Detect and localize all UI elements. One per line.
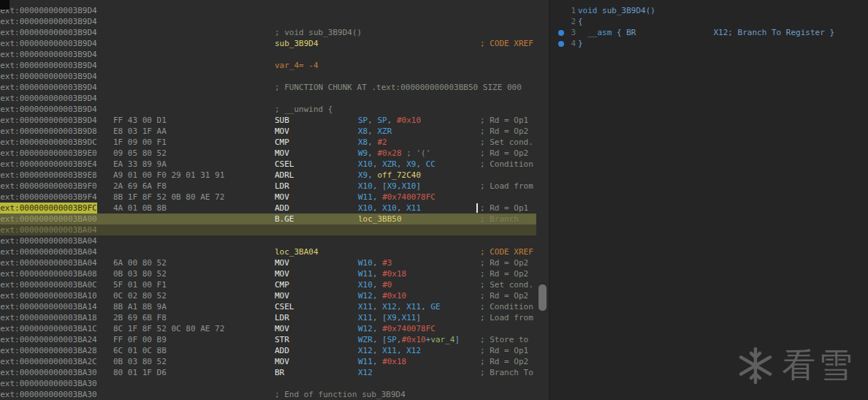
- address: .text:000000000003BA28: [0, 345, 97, 356]
- pseudocode-lines: 1void sub_3B9D4()2{3 __asm { BR X12; Bra…: [549, 5, 868, 49]
- mnemonic: MOV: [275, 268, 289, 279]
- address: .text:000000000003BA30: [0, 378, 97, 389]
- asm-row[interactable]: .text:000000000003B9E4EA 33 89 9ACSELX10…: [0, 159, 536, 170]
- mnemonic: ADD: [275, 203, 289, 214]
- address: .text:000000000003B9E4: [0, 159, 97, 170]
- comment: ; Branch: [480, 214, 519, 224]
- asm-row[interactable]: .text:000000000003BA080B 03 80 52MOVW11,…: [0, 268, 536, 279]
- comment: ; Rd = Op1: [480, 345, 528, 356]
- operands: X10, #0: [358, 279, 392, 290]
- asm-row[interactable]: .text:000000000003B9D4; FUNCTION CHUNK A…: [0, 82, 536, 93]
- comment: ; Rd = Op2: [480, 290, 528, 301]
- opcode-bytes: FF 43 00 D1: [113, 115, 167, 126]
- asm-row[interactable]: .text:000000000003B9D4: [0, 71, 536, 82]
- scrollbar-thumb[interactable]: [538, 284, 547, 311]
- address: .text:000000000003BA00: [0, 214, 97, 224]
- asm-row[interactable]: .text:000000000003BA24FF 0F 00 B9STRWZR,…: [0, 334, 536, 345]
- comment: ; Rd = Op2: [480, 356, 528, 367]
- address: .text:000000000003BA1C: [0, 323, 97, 334]
- address: .text:000000000003B9D4: [0, 5, 97, 16]
- comment: ; Rd = Op1: [480, 203, 528, 214]
- asm-row[interactable]: .text:000000000003B9F02A 69 6A F8LDRX10,…: [0, 181, 536, 192]
- mnemonic: ADRL: [275, 170, 294, 181]
- mnemonic: B.GE: [275, 214, 294, 224]
- opcode-bytes: E8 03 1F AA: [113, 126, 167, 137]
- address: .text:000000000003BA30: [0, 389, 97, 400]
- asm-row[interactable]: .text:000000000003B9D4: [0, 93, 536, 104]
- pseudocode-line[interactable]: 2{: [549, 16, 868, 27]
- asm-row[interactable]: .text:000000000003B9D4: [0, 16, 536, 27]
- pseudocode-line[interactable]: 4}: [549, 38, 868, 49]
- asm-row[interactable]: .text:000000000003B9D4var_4= -4: [0, 60, 536, 71]
- asm-row[interactable]: .text:000000000003BA00B.GEloc_3BB50; Bra…: [0, 214, 536, 224]
- asm-row[interactable]: .text:000000000003B9D4FF 43 00 D1SUBSP, …: [0, 115, 536, 126]
- address: .text:000000000003BA24: [0, 334, 97, 345]
- operands: X12: [358, 367, 373, 378]
- asm-row[interactable]: .text:000000000003BA046A 00 80 52MOVW10,…: [0, 257, 536, 268]
- corner-box: [0, 0, 9, 10]
- asm-row[interactable]: .text:000000000003B9E009 05 80 52MOVW9, …: [0, 148, 536, 159]
- asm-row[interactable]: .text:000000000003B9D4; __unwind {: [0, 104, 536, 115]
- opcode-bytes: 5F 01 00 F1: [113, 279, 167, 290]
- address: .text:000000000003BA04: [0, 246, 97, 257]
- mnemonic: MOV: [275, 290, 289, 301]
- address: .text:000000000003B9D4: [0, 16, 97, 27]
- asm-row[interactable]: .text:000000000003BA100C 02 80 52MOVW12,…: [0, 290, 536, 301]
- label: var_4= -4: [275, 60, 319, 71]
- address: .text:000000000003BA14: [0, 301, 97, 312]
- asm-row[interactable]: .text:000000000003B9DC1F 09 00 F1CMPX8, …: [0, 137, 536, 148]
- kanxue-watermark: 看雪: [736, 343, 855, 388]
- asm-row[interactable]: .text:000000000003BA3080 01 1F D6BRX12; …: [0, 367, 536, 378]
- comment: ; Set cond.: [480, 279, 533, 290]
- operands: W9, #0x28 ; '(': [358, 148, 430, 159]
- operands: X11, [X9,X11]: [358, 312, 421, 323]
- asm-row[interactable]: .text:000000000003B9D4: [0, 5, 536, 16]
- asm-row[interactable]: .text:000000000003BA04loc_3BA04; CODE XR…: [0, 246, 536, 257]
- label: ; FUNCTION CHUNK AT .text:000000000003BB…: [275, 82, 522, 93]
- asm-row[interactable]: .text:000000000003B9D4sub_3B9D4; CODE XR…: [0, 38, 536, 49]
- operands: X12, X11, X12: [358, 345, 421, 356]
- asm-row[interactable]: .text:000000000003B9D8E8 03 1F AAMOVX8, …: [0, 126, 536, 137]
- pseudocode-line[interactable]: 3 __asm { BR X12; Branch To Register }: [549, 27, 868, 38]
- mnemonic: MOV: [275, 257, 289, 268]
- address: .text:000000000003B9D4: [0, 115, 97, 126]
- ida-window: .text:000000000003B9D4.text:000000000003…: [0, 0, 868, 400]
- asm-row[interactable]: .text:000000000003B9D4; void sub_3B9D4(): [0, 27, 536, 38]
- asm-row[interactable]: .text:000000000003BA286C 01 0C 8BADDX12,…: [0, 345, 536, 356]
- asm-row[interactable]: .text:000000000003BA148B A1 8B 9ACSELX11…: [0, 301, 536, 312]
- address: .text:000000000003BA08: [0, 268, 97, 279]
- mnemonic: ADD: [275, 345, 289, 356]
- mnemonic: LDR: [275, 181, 289, 192]
- mnemonic: LDR: [275, 312, 289, 323]
- code-text: __asm { BR X12; Branch To Register }: [578, 27, 834, 38]
- mnemonic: MOV: [275, 356, 289, 367]
- asm-row[interactable]: .text:000000000003BA04: [0, 224, 536, 235]
- opcode-bytes: 0C 02 80 52: [113, 290, 167, 301]
- pseudocode-pane[interactable]: 1void sub_3B9D4()2{3 __asm { BR X12; Bra…: [549, 0, 868, 400]
- asm-row[interactable]: .text:000000000003BA30: [0, 378, 536, 389]
- operands: X10, XZR, X9, CC: [358, 159, 435, 170]
- address: .text:000000000003B9D4: [0, 82, 97, 93]
- address: .text:000000000003B9D4: [0, 27, 97, 38]
- disassembly-pane[interactable]: .text:000000000003B9D4.text:000000000003…: [0, 0, 536, 400]
- label: sub_3B9D4: [275, 38, 319, 49]
- asm-row[interactable]: .text:000000000003B9FC4A 01 0B 8BADDX10,…: [0, 203, 536, 214]
- pseudocode-line[interactable]: 1void sub_3B9D4(): [549, 5, 868, 16]
- disassembly-rows: .text:000000000003B9D4.text:000000000003…: [0, 5, 536, 400]
- asm-row[interactable]: .text:000000000003B9F48B 1F 8F 52 0B 80 …: [0, 192, 536, 203]
- asm-row[interactable]: .text:000000000003BA2C0B 03 80 52MOVW11,…: [0, 356, 536, 367]
- asm-row[interactable]: .text:000000000003BA0C5F 01 00 F1CMPX10,…: [0, 279, 536, 290]
- asm-row[interactable]: .text:000000000003BA1C8C 1F 8F 52 0C 80 …: [0, 323, 536, 334]
- operands: X11, X12, X11, GE: [358, 301, 441, 312]
- mnemonic: BR: [275, 367, 284, 378]
- asm-row[interactable]: .text:000000000003BA30; End of function …: [0, 389, 536, 400]
- disassembly-scrollbar[interactable]: [536, 0, 549, 400]
- asm-row[interactable]: .text:000000000003BA04: [0, 235, 536, 246]
- comment: ; Load from: [480, 312, 533, 323]
- address: .text:000000000003B9D4: [0, 104, 97, 115]
- asm-row[interactable]: .text:000000000003BA182B 69 6B F8LDRX11,…: [0, 312, 536, 323]
- asm-row[interactable]: .text:000000000003B9E8A9 01 00 F0 29 01 …: [0, 170, 536, 181]
- comment: ; Rd = Op2: [480, 148, 528, 159]
- address: .text:000000000003B9DC: [0, 137, 97, 148]
- asm-row[interactable]: .text:000000000003B9D4: [0, 49, 536, 60]
